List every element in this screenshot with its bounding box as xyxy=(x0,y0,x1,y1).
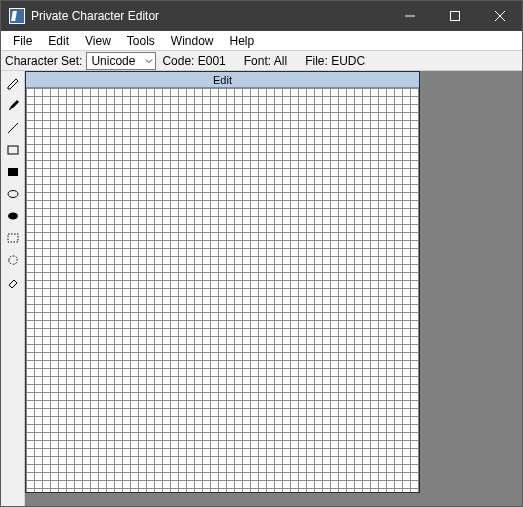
maximize-button[interactable] xyxy=(432,1,477,31)
tool-pencil[interactable] xyxy=(3,74,23,94)
close-button[interactable] xyxy=(477,1,522,31)
tool-ellipse-filled[interactable] xyxy=(3,206,23,226)
tool-brush[interactable] xyxy=(3,96,23,116)
edit-window: Edit xyxy=(25,71,420,493)
app-window: Private Character Editor File Edit View … xyxy=(0,0,523,507)
svg-point-8 xyxy=(8,213,18,220)
tool-line[interactable] xyxy=(3,118,23,138)
ellipse-filled-icon xyxy=(6,209,20,223)
window-controls xyxy=(387,1,522,31)
tool-select-rect[interactable] xyxy=(3,228,23,248)
chevron-down-icon xyxy=(145,57,153,65)
charset-label: Character Set: xyxy=(1,54,86,68)
infobar: Character Set: Unicode Code: E001 Font: … xyxy=(1,51,522,71)
pencil-icon xyxy=(6,77,20,91)
menu-window[interactable]: Window xyxy=(163,31,222,50)
svg-point-7 xyxy=(8,191,18,198)
titlebar: Private Character Editor xyxy=(1,1,522,31)
rectangle-outline-icon xyxy=(6,143,20,157)
ellipse-outline-icon xyxy=(6,187,20,201)
file-value: EUDC xyxy=(331,54,365,68)
tool-rect-outline[interactable] xyxy=(3,140,23,160)
client-area: Edit xyxy=(1,71,522,506)
font-label: Font: xyxy=(244,54,271,68)
app-icon xyxy=(9,8,25,24)
file-field: File: EUDC xyxy=(305,54,365,68)
tool-select-free[interactable] xyxy=(3,250,23,270)
glyph-grid[interactable] xyxy=(26,88,419,492)
svg-rect-1 xyxy=(450,12,459,21)
menu-help[interactable]: Help xyxy=(222,31,263,50)
file-label: File: xyxy=(305,54,328,68)
rectangle-filled-icon xyxy=(6,165,20,179)
canvas-area: Edit xyxy=(25,71,522,506)
code-field: Code: E001 xyxy=(162,54,225,68)
eraser-icon xyxy=(6,275,20,289)
minimize-button[interactable] xyxy=(387,1,432,31)
select-rect-icon xyxy=(6,231,20,245)
font-value: All xyxy=(274,54,287,68)
tool-eraser[interactable] xyxy=(3,272,23,292)
svg-rect-5 xyxy=(8,146,18,154)
svg-rect-6 xyxy=(8,168,18,176)
menubar: File Edit View Tools Window Help xyxy=(1,31,522,51)
menu-view[interactable]: View xyxy=(77,31,119,50)
code-value: E001 xyxy=(198,54,226,68)
select-free-icon xyxy=(6,253,20,267)
menu-file[interactable]: File xyxy=(5,31,40,50)
tool-rect-filled[interactable] xyxy=(3,162,23,182)
font-field: Font: All xyxy=(244,54,287,68)
code-label: Code: xyxy=(162,54,194,68)
charset-value: Unicode xyxy=(91,54,135,68)
svg-line-4 xyxy=(8,123,18,133)
line-icon xyxy=(6,121,20,135)
charset-dropdown[interactable]: Unicode xyxy=(86,52,156,70)
window-title: Private Character Editor xyxy=(31,9,387,23)
svg-rect-9 xyxy=(8,234,18,242)
edit-window-title: Edit xyxy=(26,72,419,88)
brush-icon xyxy=(6,99,20,113)
menu-edit[interactable]: Edit xyxy=(40,31,77,50)
tool-ellipse-outline[interactable] xyxy=(3,184,23,204)
menu-tools[interactable]: Tools xyxy=(119,31,163,50)
toolbox xyxy=(1,71,25,506)
